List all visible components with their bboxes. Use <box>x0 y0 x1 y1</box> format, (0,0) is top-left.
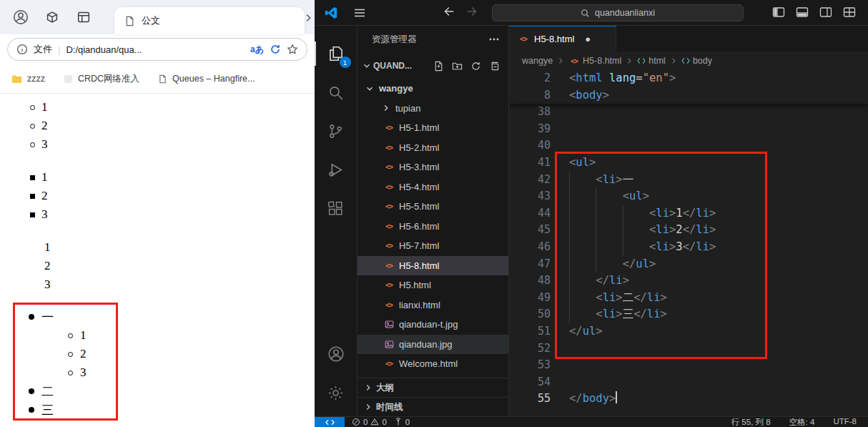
explorer-icon[interactable]: 1 <box>315 34 357 73</box>
tree-item-h5-1.html[interactable]: <>H5-1.html <box>357 118 508 138</box>
circle-bullet <box>68 333 73 338</box>
code-editor[interactable]: 2<html lang="en">8<body> 38394041<ul>42 … <box>509 70 868 416</box>
list-item-text: 2 <box>41 119 48 133</box>
tree-item-h5-7.html[interactable]: <>H5-7.html <box>357 236 508 256</box>
new-file-icon[interactable] <box>433 61 444 72</box>
back-arrow-icon[interactable] <box>442 5 455 18</box>
breadcrumb-folder[interactable]: wangye <box>522 56 553 66</box>
circle-list: 1 2 3 <box>0 98 315 154</box>
code-line-48[interactable]: 48 </li> <box>509 273 868 290</box>
workspace-section-header[interactable]: QUAND... <box>357 53 508 79</box>
address-bar[interactable]: 文件 | D:/qianduan/qua... aあ <box>7 38 307 61</box>
customize-layout-icon[interactable] <box>842 5 857 19</box>
code-line-51[interactable]: 51</ul> <box>509 323 868 340</box>
tree-item-qianduan.jpg[interactable]: qianduan.jpg <box>357 335 508 355</box>
cursor-position-indicator[interactable]: 行 55, 列 8 <box>731 417 771 427</box>
new-folder-icon[interactable] <box>452 61 463 72</box>
indentation-indicator[interactable]: 空格: 4 <box>789 417 815 427</box>
code-line-47[interactable]: 47 </ul> <box>509 256 868 273</box>
code-line-44[interactable]: 44 <li>1</li> <box>509 205 868 222</box>
line-number: 54 <box>509 374 551 391</box>
code-line-8[interactable]: 8<body> <box>509 87 868 104</box>
breadcrumb-symbol-html[interactable]: html <box>637 56 666 66</box>
encoding-indicator[interactable]: UTF-8 <box>833 417 857 427</box>
browser-tab[interactable]: 公文 <box>114 7 305 34</box>
page-info-icon[interactable] <box>16 44 28 55</box>
breadcrumb-file[interactable]: <>H5-8.html <box>568 56 621 66</box>
line-number: 45 <box>509 222 551 239</box>
code-line-55[interactable]: 55</body> <box>509 391 868 408</box>
more-actions-icon[interactable] <box>488 34 500 45</box>
profile-avatar-icon[interactable] <box>10 6 31 28</box>
tree-item-wangye[interactable]: wangye <box>357 79 508 99</box>
source-control-icon[interactable] <box>315 112 357 150</box>
refresh-explorer-icon[interactable] <box>470 61 481 72</box>
activity-bar: 1 <box>315 26 357 416</box>
url-text[interactable]: D:/qianduan/qua... <box>66 44 142 55</box>
line-number: 52 <box>509 340 551 358</box>
extensions-icon[interactable] <box>315 189 357 227</box>
tree-item-qianduan-t.jpg[interactable]: qianduan-t.jpg <box>357 315 508 335</box>
ports-indicator[interactable]: 0 <box>394 418 410 426</box>
tree-item-h5-8.html[interactable]: <>H5-8.html <box>357 256 508 276</box>
tree-item-h5-2.html[interactable]: <>H5-2.html <box>357 138 508 158</box>
editor-tab-h5-8[interactable]: <> H5-8.html ● <box>509 26 616 51</box>
code-line-46[interactable]: 46 <li>3</li> <box>509 239 868 256</box>
breadcrumbs: wangye <>H5-8.html html body <box>509 51 868 70</box>
code-line-50[interactable]: 50 <li>三</li> <box>509 306 868 323</box>
tree-item-lianxi.html[interactable]: <>lianxi.html <box>357 295 508 315</box>
translate-icon[interactable]: aあ <box>250 44 264 56</box>
tree-item-h5-4.html[interactable]: <>H5-4.html <box>357 177 508 197</box>
toggle-panel-icon[interactable] <box>795 5 809 19</box>
bookmark-item[interactable]: CRDC网络准入 <box>64 73 139 85</box>
remote-indicator[interactable] <box>315 417 345 427</box>
tree-item-h5.html[interactable]: <>H5.html <box>357 275 508 295</box>
settings-gear-icon[interactable] <box>315 373 357 412</box>
list-item: 1 <box>0 168 315 187</box>
tree-item-welcome.html[interactable]: <>Welcome.html <box>357 354 508 374</box>
code-line-38[interactable]: 38 <box>509 104 868 121</box>
problems-indicator[interactable]: 0 0 <box>352 418 387 426</box>
code-line-45[interactable]: 45 <li>2</li> <box>509 222 868 239</box>
editor-pane: <> H5-8.html ● wangye <>H5-8.html html b… <box>509 26 868 416</box>
toggle-sidebar-icon[interactable] <box>771 5 786 19</box>
bookmark-item[interactable]: Queues – Hangfire... <box>158 74 255 84</box>
file-name: H5-6.html <box>399 221 439 232</box>
html-file-icon: <> <box>518 35 529 43</box>
tab-actions-icon[interactable] <box>73 6 94 28</box>
code-line-41[interactable]: 41<ul> <box>509 154 868 172</box>
outline-section[interactable]: 大纲 <box>357 378 508 397</box>
run-and-debug-icon[interactable] <box>315 150 357 189</box>
file-name: H5-1.html <box>399 122 439 133</box>
timeline-section[interactable]: 时间线 <box>357 397 508 416</box>
favorite-star-icon[interactable] <box>287 44 298 55</box>
command-center-search[interactable]: quanduanlianxi <box>492 4 744 21</box>
bookmark-folder[interactable]: zzzz <box>11 74 45 84</box>
code-line-54[interactable]: 54 <box>509 374 868 391</box>
forward-arrow-icon[interactable] <box>466 5 479 18</box>
account-icon[interactable] <box>315 335 357 373</box>
breadcrumb-symbol-body[interactable]: body <box>681 56 712 66</box>
toggle-secondary-sidebar-icon[interactable] <box>819 5 833 19</box>
code-line-2[interactable]: 2<html lang="en"> <box>509 70 868 87</box>
code-line-49[interactable]: 49 <li>二</li> <box>509 290 868 307</box>
code-line-53[interactable]: 53 <box>509 357 868 374</box>
file-name: H5-2.html <box>399 142 439 153</box>
collapse-all-icon[interactable] <box>489 61 500 72</box>
tree-item-h5-5.html[interactable]: <>H5-5.html <box>357 197 508 217</box>
tree-item-tupian[interactable]: tupian <box>357 99 508 119</box>
tab-title: H5-8.html <box>534 34 574 44</box>
menu-icon[interactable] <box>353 6 366 19</box>
code-line-39[interactable]: 39 <box>509 121 868 138</box>
tab-scroll-chevron-icon[interactable] <box>303 13 313 23</box>
code-line-43[interactable]: 43 <ul> <box>509 188 868 205</box>
tree-item-h5-6.html[interactable]: <>H5-6.html <box>357 217 508 237</box>
workspaces-icon[interactable] <box>41 6 63 28</box>
search-sidebar-icon[interactable] <box>315 73 357 112</box>
code-line-40[interactable]: 40 <box>509 137 868 154</box>
modified-dot-icon[interactable]: ● <box>585 34 591 44</box>
code-line-52[interactable]: 52 <box>509 340 868 358</box>
tree-item-h5-3.html[interactable]: <>H5-3.html <box>357 157 508 177</box>
refresh-icon[interactable] <box>270 44 281 55</box>
code-line-42[interactable]: 42 <li>一 <box>509 172 868 189</box>
